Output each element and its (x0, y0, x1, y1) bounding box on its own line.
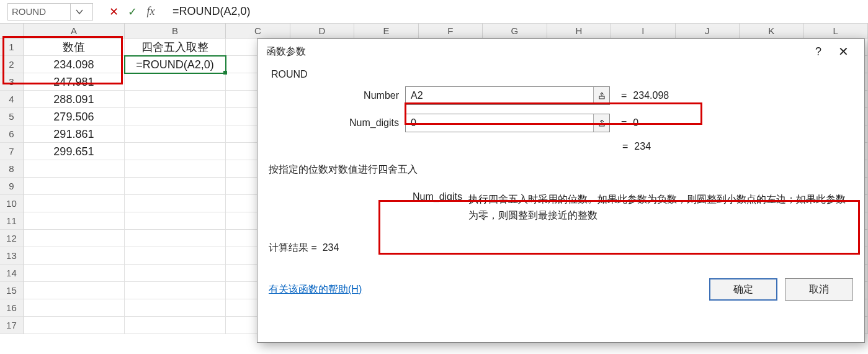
range-select-icon[interactable] (593, 87, 609, 104)
cell[interactable]: 四舍五入取整 (125, 39, 226, 56)
cell[interactable] (125, 317, 226, 334)
row-header[interactable]: 2 (0, 56, 24, 73)
cancel-icon[interactable]: ✕ (104, 3, 123, 20)
cell[interactable] (125, 143, 226, 160)
svg-rect-0 (599, 96, 604, 99)
range-select-icon[interactable] (593, 114, 609, 132)
dialog-footer: 有关该函数的帮助(H) 确定 取消 (257, 278, 864, 312)
dialog-titlebar[interactable]: 函数参数 ? ✕ (257, 39, 864, 64)
cell[interactable] (125, 212, 226, 230)
help-link[interactable]: 有关该函数的帮助(H) (269, 283, 362, 296)
row-header[interactable]: 17 (0, 317, 24, 334)
arg-result-number: =234.098 (610, 90, 669, 101)
row-header[interactable]: 4 (0, 91, 24, 108)
col-header-i[interactable]: I (611, 24, 675, 39)
row-header[interactable]: 15 (0, 282, 24, 299)
row-header[interactable]: 11 (0, 212, 24, 230)
formula-bar-buttons: ✕ ✓ fx (98, 3, 166, 20)
col-header-h[interactable]: H (547, 24, 611, 39)
cell[interactable] (125, 247, 226, 265)
param-desc-label: Num_digits (391, 191, 466, 202)
cell[interactable] (125, 160, 226, 178)
cell[interactable] (125, 299, 226, 317)
formula-input[interactable] (166, 5, 868, 18)
cell[interactable] (24, 160, 125, 178)
cell[interactable]: 247.981 (24, 73, 125, 91)
arg-input-wrap-number (405, 86, 610, 105)
cell[interactable] (24, 317, 125, 334)
close-icon[interactable]: ✕ (831, 44, 856, 59)
arg-input-number[interactable] (406, 87, 593, 104)
cell[interactable] (125, 108, 226, 125)
name-box-dropdown-icon[interactable] (70, 4, 87, 20)
enter-icon[interactable]: ✓ (123, 3, 141, 20)
row-header[interactable]: 12 (0, 230, 24, 247)
calc-result: 计算结果 = 234 (269, 242, 853, 255)
row-header[interactable]: 7 (0, 143, 24, 160)
param-desc-text: 执行四舍五入时采用的位数。如果此参数为负数，则圆整到小数点的左边；如果此参数为零… (468, 191, 853, 223)
cell[interactable] (24, 212, 125, 230)
cell[interactable]: 数值 (24, 39, 125, 56)
name-box-input[interactable] (8, 6, 70, 17)
col-header-c[interactable]: C (226, 24, 290, 39)
svg-rect-1 (599, 124, 604, 126)
row-header[interactable]: 10 (0, 195, 24, 212)
col-header-k[interactable]: K (740, 24, 803, 39)
formula-bar: ✕ ✓ fx (0, 0, 868, 24)
function-description: 按指定的位数对数值进行四舍五入 (269, 163, 853, 176)
fx-icon[interactable]: fx (141, 3, 160, 20)
cell[interactable] (125, 178, 226, 195)
cell[interactable] (125, 265, 226, 282)
param-description: Num_digits 执行四舍五入时采用的位数。如果此参数为负数，则圆整到小数点… (391, 191, 853, 223)
cell[interactable] (24, 299, 125, 317)
row-header[interactable]: 16 (0, 299, 24, 317)
cell[interactable] (24, 195, 125, 212)
arg-input-wrap-numdigits (405, 114, 610, 132)
row-header[interactable]: 3 (0, 73, 24, 91)
col-header-j[interactable]: J (676, 24, 740, 39)
cell[interactable]: 291.861 (24, 125, 125, 143)
cell[interactable] (24, 265, 125, 282)
col-header-g[interactable]: G (483, 24, 547, 39)
col-header-b[interactable]: B (125, 24, 226, 39)
col-header-f[interactable]: F (419, 24, 483, 39)
col-header-d[interactable]: D (290, 24, 354, 39)
cell[interactable] (125, 91, 226, 108)
column-headers: A B C D E F G H I J K L (0, 24, 868, 39)
cell[interactable]: 234.098 (24, 56, 125, 73)
cell[interactable] (125, 282, 226, 299)
arg-result-numdigits: =0 (610, 117, 638, 129)
ok-button[interactable]: 确定 (709, 278, 777, 301)
col-header-a[interactable]: A (24, 24, 125, 39)
cancel-button[interactable]: 取消 (785, 278, 853, 301)
cell[interactable] (24, 178, 125, 195)
arg-row-number: Number =234.098 (269, 86, 853, 105)
cell[interactable]: 279.506 (24, 108, 125, 125)
cell[interactable]: 299.651 (24, 143, 125, 160)
cell[interactable] (125, 195, 226, 212)
row-header[interactable]: 13 (0, 247, 24, 265)
row-header[interactable]: 9 (0, 178, 24, 195)
active-cell[interactable]: =ROUND(A2,0) (125, 56, 226, 73)
col-header-l[interactable]: L (804, 24, 868, 39)
cell[interactable]: 288.091 (24, 91, 125, 108)
row-header[interactable]: 6 (0, 125, 24, 143)
dialog-title: 函数参数 (266, 45, 806, 58)
row-header[interactable]: 14 (0, 265, 24, 282)
col-header-e[interactable]: E (354, 24, 418, 39)
help-icon[interactable]: ? (806, 45, 831, 58)
function-arguments-dialog: 函数参数 ? ✕ ROUND Number =234.098 Num_digit… (257, 39, 865, 343)
row-header[interactable]: 5 (0, 108, 24, 125)
row-header[interactable]: 1 (0, 39, 24, 56)
select-all-corner[interactable] (0, 24, 24, 39)
cell[interactable] (24, 282, 125, 299)
arg-input-numdigits[interactable] (406, 114, 593, 132)
cell[interactable] (24, 230, 125, 247)
cell[interactable] (24, 247, 125, 265)
cell[interactable] (125, 230, 226, 247)
row-header[interactable]: 8 (0, 160, 24, 178)
cell[interactable] (125, 125, 226, 143)
cell[interactable] (125, 73, 226, 91)
arg-row-numdigits: Num_digits =0 (269, 114, 853, 132)
name-box[interactable] (7, 3, 93, 20)
